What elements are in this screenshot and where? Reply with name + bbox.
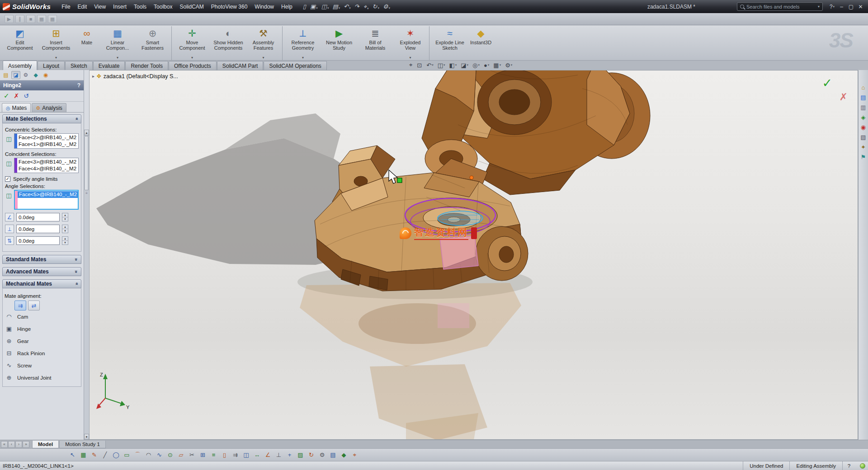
aligned-button[interactable]: ⇉ [14,301,26,310]
sketch-tool-icon[interactable]: ∿ [155,450,164,460]
edit-appearance-icon[interactable]: ●▾ [484,62,489,69]
sketch-tool-icon[interactable]: ⚙ [317,450,327,460]
previous-view-icon[interactable]: ↶▾ [426,62,433,69]
confirm-cancel-icon[interactable]: ✗ [840,91,848,103]
maximize-button[interactable]: ▢ [846,3,856,11]
dimxpert-manager-tab-icon[interactable]: ◆ [31,71,40,79]
sketch-tool-icon[interactable]: ⌒ [133,450,142,460]
menu-item[interactable]: Toolbox [150,2,176,12]
sketch-tool-icon[interactable]: ⌖ [350,450,359,460]
status-orb-icon[interactable] [860,463,865,469]
sketch-tool-icon[interactable]: ↖ [68,450,77,460]
view-orientation-icon[interactable]: ◧▾ [449,62,457,69]
zoom-area-icon[interactable]: ⊡ [417,62,422,69]
redo-icon[interactable]: ↷ [353,2,361,11]
sketch-tool-icon[interactable]: ↻ [307,450,316,460]
sketch-tool-icon[interactable]: ▱ [176,450,186,460]
tab-mates[interactable]: ◎Mates [2,103,31,112]
advanced-mates-group-header[interactable]: Advanced Mates » [2,267,81,276]
keyframe-icon[interactable]: ▦ [37,15,46,23]
mechanical-mates-group-header[interactable]: Mechanical Mates » [2,279,81,288]
menu-item[interactable]: Insert [109,2,130,12]
sketch-tool-icon[interactable]: ⊞ [198,450,208,460]
search-input[interactable] [746,4,816,9]
tab-model[interactable]: Model [32,441,59,448]
open-file-icon[interactable]: ▣▾ [309,2,319,11]
menu-item[interactable]: Tools [130,2,150,12]
view-settings-icon[interactable]: ⚙▾ [505,62,512,69]
tab-nav-button[interactable]: ‹ [8,441,15,448]
robot-model[interactable] [315,70,650,291]
spin-up-icon[interactable]: ▴ [62,237,68,241]
scroll-down-button[interactable]: ▾ [84,434,89,440]
menu-item[interactable]: Edit [74,2,91,12]
search-dropdown-icon[interactable]: ▾ [818,5,820,9]
ribbon-tab[interactable]: Render Tools [125,61,168,70]
smart-fasteners-button[interactable]: ⊕ Smart Fasteners [136,26,172,60]
minimize-button[interactable]: – [837,3,846,11]
sketch-tool-icon[interactable]: ◆ [339,450,349,460]
spinner-control[interactable]: ▴▾ [62,225,68,233]
menu-item[interactable]: File [58,2,74,12]
hide-show-items-icon[interactable]: ◎▾ [472,62,480,69]
menu-item[interactable]: Window [251,2,278,12]
sketch-tool-icon[interactable]: ◠ [144,450,153,460]
selection-item[interactable]: Face<4>@IRB140_-_M2 [17,165,78,172]
configuration-manager-tab-icon[interactable]: ⚙ [21,71,30,79]
coincident-selection-list[interactable]: Face<3>@IRB140_-_M2 Face<4>@IRB140_-_M2 [14,158,79,173]
mate-selections-group-header[interactable]: Mate Selections » [2,114,81,123]
universal-joint-mate-button[interactable]: ⊕ Universal Joint [4,371,80,384]
menu-item[interactable]: SolidCAM [176,2,207,12]
stop-icon[interactable]: ■ [26,15,35,23]
filmstrip-icon[interactable]: ▦ [48,15,57,23]
ribbon-tab[interactable]: SolidCAM Operations [264,61,326,70]
concentric-selection-list[interactable]: Face<2>@IRB140_-_M2 Face<1>@IRB140_-_M2 [14,133,79,149]
new-motion-study-button[interactable]: ▶ New Motion Study [321,26,357,60]
instant3d-button[interactable]: ◆ Instant3D [468,26,494,60]
move-component-button[interactable]: ✛ Move Component ▾ [174,26,210,60]
document-recovery-icon[interactable]: ⚑ [861,154,866,160]
scroll-track[interactable]: ≡ [84,136,89,434]
sketch-tool-icon[interactable]: ◫ [241,450,251,460]
selection-item[interactable]: Face<2>@IRB140_-_M2 [17,134,78,141]
sketch-tool-icon[interactable]: ⊙ [165,450,175,460]
reference-geometry-button[interactable]: ⟂ Reference Geometry ▾ [285,26,321,60]
bill-of-materials-button[interactable]: ≣ Bill of Materials [357,26,393,60]
standard-mates-group-header[interactable]: Standard Mates » [2,255,81,264]
show-hidden-components-button[interactable]: ◐ Show Hidden Components [210,26,246,60]
sketch-tool-icon[interactable]: ▨ [296,450,305,460]
sketch-tool-icon[interactable]: ▦ [79,450,88,460]
sketch-tool-icon[interactable]: + [285,450,294,460]
sketch-tool-icon[interactable]: ▯ [220,450,229,460]
sketch-tool-icon[interactable]: ✂ [187,450,197,460]
help-button[interactable]: ?▾ [827,3,837,11]
section-view-icon[interactable]: ◫▾ [438,62,445,69]
undo-icon[interactable]: ↶▾ [342,2,352,11]
explode-line-sketch-button[interactable]: ≈ Explode Line Sketch [432,26,468,60]
ribbon-tab[interactable]: SolidCAM Part [217,61,264,70]
ribbon-tab[interactable]: Sketch [65,61,93,70]
menu-item[interactable]: View [90,2,109,12]
gear-mate-button[interactable]: ⊛ Gear [4,335,80,347]
sketch-tool-icon[interactable]: ∠ [263,450,273,460]
ribbon-tab[interactable]: Layout [38,61,65,70]
sketch-tool-icon[interactable]: ≡ [209,450,218,460]
new-file-icon[interactable]: ▯ [302,2,308,11]
sketch-tool-icon[interactable]: ⊥ [274,450,283,460]
pause-icon[interactable]: ∥ [15,15,24,23]
play-icon[interactable]: ▶ [5,15,14,23]
sketch-tool-icon[interactable]: ╱ [100,450,110,460]
spin-up-icon[interactable]: ▴ [62,213,68,217]
spin-down-icon[interactable]: ▾ [62,241,68,245]
panel-splitter-grip[interactable]: ≡ [84,191,89,196]
specify-angle-limits-checkbox[interactable]: ✓ Specify angle limits [5,176,79,182]
close-button[interactable]: ✕ [856,3,865,11]
sketch-tool-icon[interactable]: ▤ [328,450,338,460]
angle-input[interactable] [16,236,60,245]
custom-properties-icon[interactable]: ✦ [861,144,866,150]
ribbon-tab[interactable]: Office Products [169,61,217,70]
spinner-control[interactable]: ▴▾ [62,213,68,221]
tree-expand-icon[interactable]: ▸ [92,74,94,79]
angle-selection-list[interactable]: Face<5>@IRB140_-_M2 [14,190,79,210]
undo-button[interactable]: ↺ [24,92,29,99]
